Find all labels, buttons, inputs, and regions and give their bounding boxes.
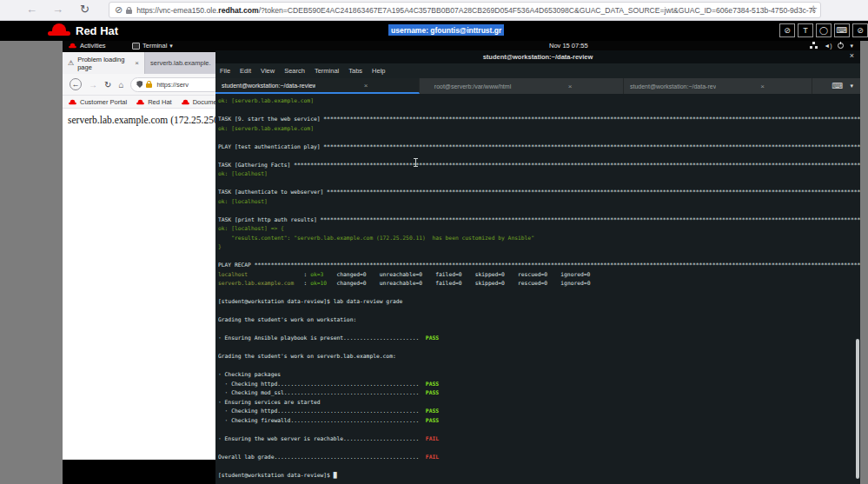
redhat-fedora-icon bbox=[182, 99, 189, 104]
tab-close-icon[interactable]: × bbox=[523, 83, 617, 90]
terminal-icon bbox=[132, 43, 140, 50]
bookmark-star-icon[interactable]: ☆ bbox=[809, 3, 818, 15]
text-cursor-pointer bbox=[415, 159, 416, 166]
tab-close-icon[interactable]: × bbox=[719, 83, 805, 90]
redhat-fedora-icon bbox=[48, 23, 70, 37]
app-menu-terminal[interactable]: Terminal ▾ bbox=[132, 42, 173, 50]
text-input-icon[interactable]: T bbox=[798, 23, 813, 37]
menu-tabs[interactable]: Tabs bbox=[348, 67, 362, 75]
terminal-line: localhost : ok=3 changed=0 unreachable=0… bbox=[218, 270, 860, 280]
activities-button[interactable]: Activities bbox=[68, 42, 106, 50]
keyboard-icon[interactable]: ⌨ bbox=[832, 82, 843, 90]
redhat-logo: Red Hat bbox=[48, 23, 118, 37]
bookmark-customer-portal[interactable]: Customer Portal bbox=[68, 98, 127, 106]
terminal-tabbar-controls: ⌨ ▾ bbox=[812, 78, 860, 94]
terminal-line: TASK [9. start the web service] ********… bbox=[218, 115, 860, 124]
terminal-tab-data-review[interactable]: student@workstation:~/data-review × bbox=[215, 78, 420, 94]
terminal-line: · Checking httpd........................… bbox=[218, 407, 860, 416]
menu-file[interactable]: File bbox=[220, 67, 230, 75]
terminal-line: ok: [localhost] bbox=[218, 169, 860, 179]
terminal-line: ok: [serverb.lab.example.com] bbox=[218, 124, 860, 134]
menu-terminal[interactable]: Terminal bbox=[315, 67, 339, 75]
selected-username-text: username: gfountis@inttrust.gr bbox=[388, 24, 504, 36]
back-icon[interactable]: ← bbox=[70, 78, 82, 90]
tab-problem-loading-page[interactable]: ⚠ Problem loading page × bbox=[63, 52, 145, 74]
tab-close-icon[interactable]: × bbox=[319, 82, 413, 90]
menu-search[interactable]: Search bbox=[284, 67, 305, 75]
terminal-line bbox=[218, 425, 860, 434]
terminal-line: serverb.lab.example.com : ok=10 changed=… bbox=[218, 279, 860, 288]
chevron-down-icon[interactable]: ▾ bbox=[850, 83, 853, 90]
clock[interactable]: Nov 15 07:55 bbox=[549, 42, 588, 50]
terminal-line bbox=[218, 106, 860, 116]
terminal-line: Grading the student's work on workstatio… bbox=[218, 315, 860, 325]
network-icon bbox=[810, 42, 818, 50]
terminal-line: [student@workstation data-review]$ lab d… bbox=[218, 297, 860, 307]
terminal-line: PLAY RECAP *****************************… bbox=[218, 261, 860, 270]
shield-icon[interactable] bbox=[136, 81, 142, 88]
terminal-line: · Checking httpd........................… bbox=[218, 380, 860, 389]
terminal-line bbox=[218, 443, 860, 453]
reload-icon[interactable]: ↻ bbox=[80, 3, 89, 16]
terminal-line: TASK [print http auth results] *********… bbox=[218, 215, 860, 225]
insecure-lock-icon[interactable] bbox=[146, 83, 152, 88]
redhat-header: Red Hat username: gfountis@inttrust.gr ⊘… bbox=[0, 21, 868, 41]
address-bar[interactable]: ⊘ https://vnc-emea150.ole.redhat.com/?to… bbox=[109, 2, 821, 18]
terminal-line: ok: [serverb.lab.example.com] bbox=[218, 96, 860, 106]
scrollbar-thumb[interactable] bbox=[856, 339, 859, 479]
terminal-line: "results.content": "serverb.lab.example.… bbox=[218, 234, 860, 243]
cursor-disabled-icon[interactable]: ⊘ bbox=[852, 23, 868, 37]
terminal-output[interactable]: ok: [serverb.lab.example.com]TASK [9. st… bbox=[215, 94, 860, 484]
terminal-tab-files[interactable]: student@workstation:~/data-review/files … bbox=[624, 78, 812, 94]
screen-record-icon[interactable]: ◯ bbox=[816, 23, 832, 37]
tab-close-icon[interactable]: × bbox=[135, 59, 139, 67]
chevron-down-icon: ▾ bbox=[850, 43, 853, 50]
terminal-line bbox=[218, 206, 860, 215]
terminal-line bbox=[218, 288, 860, 298]
terminal-title-bar[interactable]: student@workstation:~/data-review × bbox=[215, 50, 860, 63]
terminal-line bbox=[218, 151, 860, 161]
lock-icon[interactable] bbox=[126, 10, 132, 14]
url-text: https://vnc-emea150.ole.redhat.com/?toke… bbox=[136, 6, 815, 15]
forward-icon[interactable]: → bbox=[89, 80, 97, 90]
terminal-line bbox=[218, 133, 860, 143]
terminal-line: · Ensuring the web server is reachable..… bbox=[218, 434, 860, 444]
terminal-line: TASK [Gathering Facts] *****************… bbox=[218, 161, 860, 170]
terminal-line: · Checking firewalld....................… bbox=[218, 416, 860, 426]
redhat-fedora-icon bbox=[136, 99, 144, 104]
forward-icon[interactable]: → bbox=[52, 3, 63, 16]
terminal-line bbox=[218, 325, 860, 335]
terminal-window: student@workstation:~/data-review × File… bbox=[215, 50, 860, 484]
terminal-line bbox=[218, 179, 860, 189]
terminal-line: TASK [authenticate to webserver] *******… bbox=[218, 188, 860, 197]
volume-icon: ◄) bbox=[824, 43, 832, 49]
menu-edit[interactable]: Edit bbox=[240, 67, 251, 75]
terminal-line: · Ensuring Ansible playbook is present..… bbox=[218, 334, 860, 343]
home-icon[interactable]: ⌂ bbox=[118, 80, 123, 90]
distro-icon bbox=[69, 43, 76, 49]
back-icon[interactable]: ← bbox=[26, 3, 37, 16]
menu-view[interactable]: View bbox=[261, 67, 275, 75]
remote-toolbar: ⊘ T ◯ ⌨ ⊘ bbox=[779, 23, 868, 37]
terminal-line: } bbox=[218, 242, 860, 252]
keyboard-icon[interactable]: ⌨ bbox=[834, 23, 850, 37]
vnc-screen: Activities Terminal ▾ Nov 15 07:55 ◄) ▾ … bbox=[63, 41, 860, 484]
terminal-line: Grading the student's work on serverb.la… bbox=[218, 352, 860, 361]
terminal-line bbox=[218, 361, 860, 371]
terminal-line bbox=[218, 307, 860, 316]
terminal-tab-root-serverb[interactable]: root@serverb:/var/www/html × bbox=[420, 78, 624, 94]
screenshot-disabled-icon[interactable]: ⊘ bbox=[779, 23, 795, 37]
terminal-line: Overall lab grade.......................… bbox=[218, 453, 860, 462]
terminal-line bbox=[218, 343, 860, 353]
close-icon[interactable]: × bbox=[850, 51, 854, 60]
bookmark-red-hat[interactable]: Red Hat bbox=[136, 98, 172, 106]
brand-name: Red Hat bbox=[76, 24, 118, 37]
menu-help[interactable]: Help bbox=[372, 67, 385, 75]
terminal-line: ok: [localhost] => { bbox=[218, 224, 860, 234]
system-tray[interactable]: ◄) ▾ bbox=[810, 42, 853, 50]
window-title: student@workstation:~/data-review bbox=[483, 53, 593, 61]
warning-icon: ⚠ bbox=[68, 59, 74, 67]
terminal-line bbox=[218, 461, 860, 471]
permissions-icon[interactable]: ⊘ bbox=[115, 4, 123, 16]
reload-icon[interactable]: ↻ bbox=[104, 80, 111, 90]
